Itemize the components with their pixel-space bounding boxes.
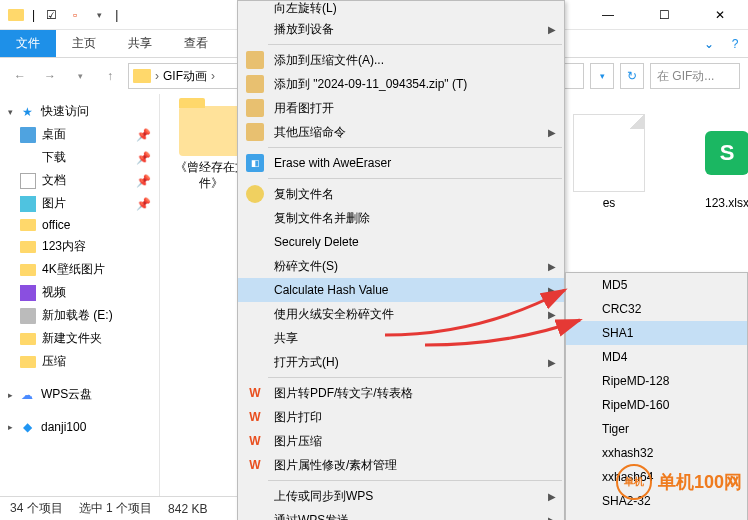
menu-item[interactable]: 共享 [238,326,564,350]
quick-access-header[interactable]: ▾ ★ 快速访问 [0,100,159,123]
menu-item[interactable]: Securely Delete [238,230,564,254]
menu-item[interactable]: 添加到压缩文件(A)... [238,48,564,72]
chevron-right-icon: ▶ [548,515,556,521]
menu-item-label: MD5 [602,278,717,292]
menu-item-hash[interactable]: RipeMD-128 [566,369,747,393]
menu-item-label: 上传或同步到WPS [274,488,534,505]
forward-button[interactable]: → [38,64,62,88]
address-dropdown-button[interactable]: ▾ [590,63,614,89]
drive-icon [20,308,36,324]
sidebar-item[interactable]: 123内容 [0,235,159,258]
menu-item[interactable]: 用看图打开 [238,96,564,120]
up-button[interactable]: ↑ [98,64,122,88]
sidebar-item-label: 123内容 [42,238,86,255]
menu-item-hash[interactable]: Tiger [566,417,747,441]
menu-item-hash[interactable]: MD5 [566,273,747,297]
menu-item-hash[interactable]: MD4 [566,345,747,369]
refresh-button[interactable]: ↻ [620,63,644,89]
menu-item-hash[interactable]: SHA2-256 [566,513,747,520]
sidebar-danji[interactable]: ▸ ◆ danji100 [0,416,159,438]
back-button[interactable]: ← [8,64,32,88]
sidebar-item[interactable]: 压缩 [0,350,159,373]
menu-item[interactable]: W图片压缩 [238,429,564,453]
menu-separator [268,480,562,481]
sidebar-item[interactable]: 视频 [0,281,159,304]
menu-item[interactable]: 其他压缩命令▶ [238,120,564,144]
menu-item[interactable]: 通过WPS发送▶ [238,508,564,520]
sidebar-item-label: 4K壁纸图片 [42,261,105,278]
file-item-xlsx[interactable]: S 123.xlsx [688,114,748,212]
tab-home[interactable]: 主页 [56,30,112,57]
close-button[interactable]: ✕ [700,3,740,27]
menu-item[interactable]: Calculate Hash Value▶ [238,278,564,302]
menu-item[interactable]: W图片属性修改/素材管理 [238,453,564,477]
context-menu[interactable]: 向左旋转(L)播放到设备▶添加到压缩文件(A)...添加到 "2024-09-1… [237,0,565,520]
menu-item[interactable]: 复制文件名 [238,182,564,206]
watermark: 单机 单机100网 [616,464,742,500]
menu-item[interactable]: 粉碎文件(S)▶ [238,254,564,278]
menu-item[interactable]: ◧Erase with AweEraser [238,151,564,175]
chevron-right-icon[interactable]: › [155,69,159,83]
menu-item-hash[interactable]: RipeMD-160 [566,393,747,417]
sidebar-item-label: 文档 [42,172,66,189]
menu-item[interactable]: 添加到 "2024-09-11_094354.zip" (T) [238,72,564,96]
help-button[interactable]: ? [722,30,748,57]
menu-item-label: 图片打印 [274,409,534,426]
ribbon-expand-button[interactable]: ⌄ [696,30,722,57]
sidebar-item[interactable]: 图片📌 [0,192,159,215]
history-button[interactable]: ▾ [68,64,92,88]
sidebar-item[interactable]: 新加载卷 (E:) [0,304,159,327]
menu-icon [246,487,264,505]
sidebar-item[interactable]: 桌面📌 [0,123,159,146]
xlsx-icon: S [691,114,748,192]
minimize-button[interactable]: — [588,3,628,27]
menu-icon [574,324,592,342]
sidebar-item[interactable]: office [0,215,159,235]
navigation-pane: ▾ ★ 快速访问 桌面📌下载📌文档📌图片📌office123内容4K壁纸图片视频… [0,94,160,496]
maximize-button[interactable]: ☐ [644,3,684,27]
tab-share[interactable]: 共享 [112,30,168,57]
menu-item[interactable]: W图片转PDF/转文字/转表格 [238,381,564,405]
menu-item-label: 图片压缩 [274,433,534,450]
sidebar-label: danji100 [41,420,86,434]
pin-icon: 📌 [136,128,151,142]
ax-icon [246,185,264,203]
qat-overflow-icon[interactable]: ▾ [91,7,107,23]
sidebar-wps[interactable]: ▸ ☁ WPS云盘 [0,383,159,406]
file-item[interactable]: es [570,114,648,212]
breadcrumb-segment[interactable]: GIF动画 [163,68,207,85]
menu-item-label: SHA1 [602,326,717,340]
checkbox-icon[interactable]: ☑ [43,7,59,23]
sidebar-item[interactable]: 新建文件夹 [0,327,159,350]
zip-icon [246,123,264,141]
menu-item[interactable]: 复制文件名并删除 [238,206,564,230]
sidebar-item[interactable]: 4K壁纸图片 [0,258,159,281]
menu-icon [246,1,264,17]
search-input[interactable]: 在 GIF动... [650,63,740,89]
menu-item-label: Securely Delete [274,235,534,249]
sidebar-item[interactable]: 下载📌 [0,146,159,169]
qat-item-icon[interactable]: ▫ [67,7,83,23]
menu-item[interactable]: 上传或同步到WPS▶ [238,484,564,508]
menu-item[interactable]: 向左旋转(L) [238,1,564,17]
video-icon [20,285,36,301]
folder-icon [20,241,36,253]
menu-item-label: 添加到 "2024-09-11_094354.zip" (T) [274,76,534,93]
tab-view[interactable]: 查看 [168,30,224,57]
chevron-right-icon: ▶ [548,127,556,138]
menu-item[interactable]: W图片打印 [238,405,564,429]
menu-item-hash[interactable]: SHA1 [566,321,747,345]
menu-item-hash[interactable]: xxhash32 [566,441,747,465]
menu-item-hash[interactable]: CRC32 [566,297,747,321]
menu-item[interactable]: 打开方式(H)▶ [238,350,564,374]
menu-item-label: 粉碎文件(S) [274,258,534,275]
sidebar-item[interactable]: 文档📌 [0,169,159,192]
tab-file[interactable]: 文件 [0,30,56,57]
sidebar-item-label: 新建文件夹 [42,330,102,347]
menu-item[interactable]: 使用火绒安全粉碎文件▶ [238,302,564,326]
menu-item[interactable]: 播放到设备▶ [238,17,564,41]
chevron-right-icon[interactable]: › [211,69,215,83]
menu-icon [574,444,592,462]
desktop-icon [20,127,36,143]
sidebar-label: 快速访问 [41,103,89,120]
